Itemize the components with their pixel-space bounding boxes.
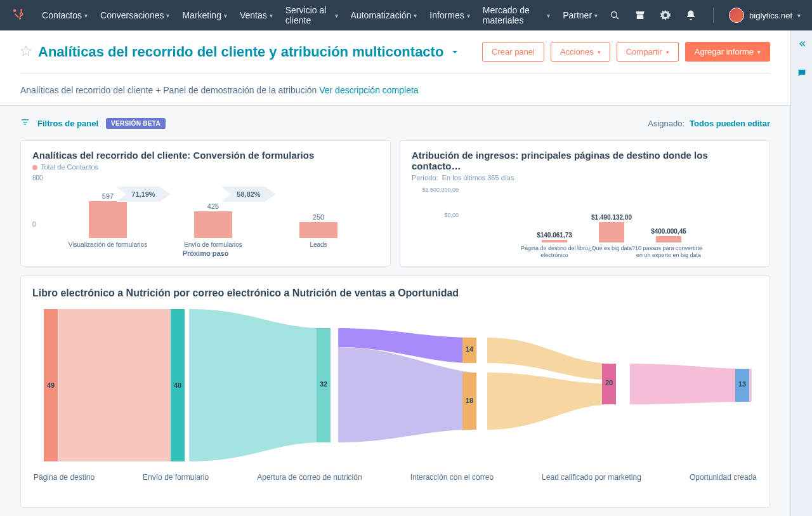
- sankey-chart: 49 48 32 14 18 20 13: [32, 309, 758, 461]
- conversion-rate: 58,82%: [237, 190, 260, 198]
- card-form-conversion[interactable]: Analíticas del recorrido del cliente: Co…: [20, 140, 391, 267]
- description-text: Analíticas del recorrido del cliente + P…: [20, 85, 319, 95]
- chevron-down-icon: ▾: [467, 12, 470, 19]
- bar-value: $140.061,73: [524, 232, 585, 239]
- marketplace-icon[interactable]: [633, 8, 647, 22]
- stage-label: Lead calificado por marketing: [542, 473, 641, 482]
- node-value: 13: [735, 380, 749, 388]
- node-value: 49: [44, 381, 58, 389]
- chevron-down-icon: ▾: [84, 12, 88, 19]
- see-full-description-link[interactable]: Ver descripción completa: [319, 85, 418, 95]
- search-icon[interactable]: [608, 8, 622, 22]
- y-axis-min: 0: [32, 221, 36, 228]
- nav-item-marketing[interactable]: Marketing▾: [177, 0, 232, 30]
- gear-icon[interactable]: [658, 8, 672, 22]
- button-label: Agregar informe: [695, 47, 754, 56]
- card-revenue-attribution[interactable]: Atribución de ingresos: principales pági…: [400, 140, 770, 267]
- chevron-down-icon: ▾: [414, 12, 417, 19]
- x-axis-title: Próximo paso: [32, 249, 379, 257]
- assigned-label: Asignado:: [648, 119, 684, 128]
- nav-item-ventas[interactable]: Ventas▾: [235, 0, 278, 30]
- bar-value: $1.490.132,00: [581, 214, 642, 221]
- card-period: Período: En los últimos 365 días: [412, 174, 758, 182]
- node-value: 32: [317, 380, 331, 388]
- chevron-down-icon: ▾: [598, 49, 601, 55]
- comments-icon[interactable]: [797, 68, 807, 80]
- nav-item-servicio[interactable]: Servicio al cliente▾: [280, 0, 343, 30]
- nav-item-informes[interactable]: Informes▾: [424, 0, 475, 30]
- nav-item-automatizacion[interactable]: Automatización▾: [346, 0, 422, 30]
- chevron-down-icon: ▾: [270, 12, 273, 19]
- bar-value: 425: [194, 202, 232, 210]
- bar-value: 250: [299, 213, 337, 221]
- collab-sidebar-rail: [790, 30, 812, 516]
- stage-label: Página de destino: [34, 473, 95, 482]
- nav-item-label: Servicio al cliente: [285, 5, 332, 25]
- nav-menu: Contactos▾ Conversaciones▾ Marketing▾ Ve…: [37, 0, 603, 30]
- revenue-chart: $1.600.000,00 $0,00 $140.061,73 Página d…: [412, 185, 758, 242]
- button-label: Acciones: [560, 47, 594, 56]
- page-title[interactable]: Analíticas del recorrido del cliente y a…: [38, 44, 443, 60]
- period-label: Período:: [412, 174, 438, 182]
- dashboard-dropdown-icon[interactable]: [450, 47, 460, 57]
- chevron-down-icon: ▾: [797, 12, 801, 19]
- filters-bar: Filtros de panel VERSIÓN BETA Asignado: …: [0, 106, 790, 140]
- nav-item-partner[interactable]: Partner▾: [558, 0, 603, 30]
- svg-rect-4: [19, 15, 22, 18]
- chevron-down-icon: ▾: [666, 49, 669, 55]
- favorite-star-icon[interactable]: [20, 45, 32, 58]
- nav-item-conversaciones[interactable]: Conversaciones▾: [95, 0, 174, 30]
- bar-value: $400.000,45: [638, 228, 699, 235]
- avatar: [729, 8, 744, 23]
- top-nav: Contactos▾ Conversaciones▾ Marketing▾ Ve…: [0, 0, 812, 30]
- stage-label: Envío de formulario: [143, 473, 209, 482]
- account-switcher[interactable]: biglytics.net ▾: [729, 8, 801, 23]
- card-sankey-journey[interactable]: Libro electrónico a Nutrición por correo…: [20, 275, 770, 508]
- stage-label: Oportunidad creada: [690, 473, 757, 482]
- nav-item-label: Ventas: [240, 10, 267, 20]
- svg-point-8: [611, 11, 617, 17]
- node-value: 48: [171, 381, 185, 389]
- chart-legend: Total de Contactos: [32, 163, 379, 171]
- card-title: Atribución de ingresos: principales pági…: [412, 150, 758, 171]
- node-value: 18: [462, 397, 476, 404]
- panel-filters-button[interactable]: Filtros de panel: [37, 119, 98, 128]
- nav-item-label: Marketing: [182, 10, 221, 20]
- stage-label: Interacción con el correo: [410, 473, 494, 482]
- svg-marker-10: [22, 46, 31, 56]
- assigned-value-link[interactable]: Todos pueden editar: [690, 119, 770, 128]
- nav-item-label: Partner: [563, 10, 592, 20]
- nav-item-label: Mercado de materiales: [483, 5, 544, 25]
- nav-item-contactos[interactable]: Contactos▾: [37, 0, 93, 30]
- svg-point-3: [20, 9, 22, 11]
- header-actions: Crear panel Acciones▾ Compartir▾ Agregar…: [482, 42, 770, 62]
- dashboard-description: Analíticas del recorrido del cliente + P…: [20, 73, 770, 105]
- create-panel-button[interactable]: Crear panel: [482, 42, 544, 62]
- conversion-arrow: 71,19%: [116, 186, 171, 202]
- nav-item-label: Automatización: [351, 10, 412, 20]
- svg-line-9: [616, 17, 619, 19]
- conversion-arrow: 58,82%: [221, 186, 276, 202]
- period-value: En los últimos 365 días: [442, 174, 514, 182]
- svg-point-1: [20, 13, 22, 15]
- bar-big-data: $1.490.132,00 ¿Qué es big data?: [599, 222, 624, 242]
- nav-item-mercado[interactable]: Mercado de materiales▾: [478, 0, 555, 30]
- chevron-down-icon: ▾: [166, 12, 169, 19]
- hubspot-logo[interactable]: [11, 8, 25, 23]
- bar-leads: 250 Leads: [299, 222, 337, 238]
- actions-button[interactable]: Acciones▾: [551, 42, 610, 62]
- chevron-down-icon: ▾: [335, 12, 338, 19]
- bar-envio: 425 Envío de formularios: [194, 211, 232, 238]
- conversion-rate: 71,19%: [131, 190, 155, 198]
- sankey-stage-labels: Página de destino Envío de formulario Ap…: [32, 473, 758, 482]
- nav-item-label: Contactos: [42, 10, 82, 20]
- button-label: Crear panel: [492, 47, 535, 56]
- y-axis-min: $0,00: [412, 212, 459, 218]
- add-report-button[interactable]: Agregar informe▾: [685, 42, 770, 62]
- chevron-down-icon: ▾: [224, 12, 227, 19]
- bar-landing-page: $140.061,73 Página de destino del libro …: [542, 240, 567, 242]
- bell-icon[interactable]: [684, 8, 698, 22]
- collapse-rail-icon[interactable]: [797, 39, 806, 50]
- share-button[interactable]: Compartir▾: [617, 42, 679, 62]
- svg-point-5: [19, 18, 21, 20]
